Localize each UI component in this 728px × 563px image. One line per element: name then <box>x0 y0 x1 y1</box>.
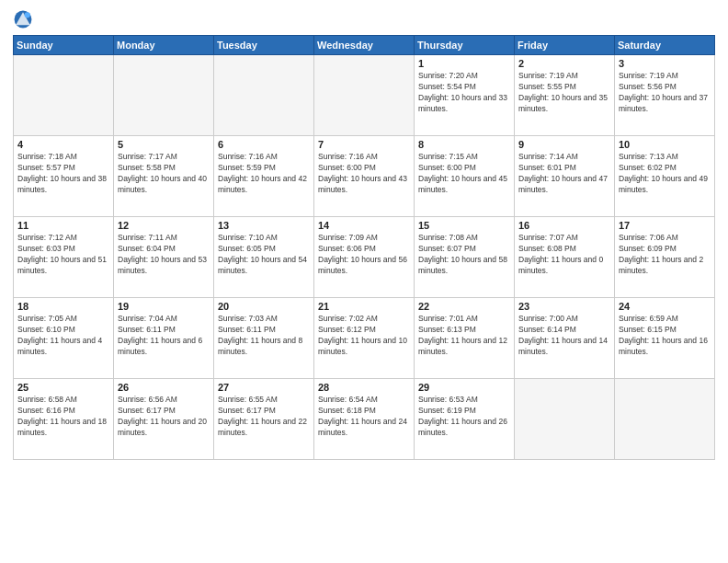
day-info: Sunrise: 7:10 AMSunset: 6:05 PMDaylight:… <box>218 233 310 277</box>
day-number: 15 <box>418 220 510 231</box>
day-number: 16 <box>518 220 610 231</box>
col-header-friday: Friday <box>515 36 615 55</box>
day-info: Sunrise: 7:16 AMSunset: 5:59 PMDaylight:… <box>218 152 310 196</box>
day-number: 19 <box>118 301 210 312</box>
day-info: Sunrise: 7:01 AMSunset: 6:13 PMDaylight:… <box>418 314 510 358</box>
calendar-table: SundayMondayTuesdayWednesdayThursdayFrid… <box>13 35 715 460</box>
day-info: Sunrise: 7:19 AMSunset: 5:56 PMDaylight:… <box>619 71 711 115</box>
calendar-cell <box>14 55 114 136</box>
day-number: 26 <box>118 382 210 393</box>
day-info: Sunrise: 7:12 AMSunset: 6:03 PMDaylight:… <box>17 233 109 277</box>
calendar-cell: 5Sunrise: 7:17 AMSunset: 5:58 PMDaylight… <box>114 136 214 217</box>
calendar-cell: 15Sunrise: 7:08 AMSunset: 6:07 PMDayligh… <box>415 217 515 298</box>
calendar-cell <box>214 55 314 136</box>
calendar-cell: 17Sunrise: 7:06 AMSunset: 6:09 PMDayligh… <box>615 217 715 298</box>
calendar-cell: 7Sunrise: 7:16 AMSunset: 6:00 PMDaylight… <box>314 136 415 217</box>
calendar-cell: 20Sunrise: 7:03 AMSunset: 6:11 PMDayligh… <box>214 298 314 379</box>
calendar-cell: 10Sunrise: 7:13 AMSunset: 6:02 PMDayligh… <box>615 136 715 217</box>
calendar-cell: 9Sunrise: 7:14 AMSunset: 6:01 PMDaylight… <box>515 136 615 217</box>
day-info: Sunrise: 7:19 AMSunset: 5:55 PMDaylight:… <box>518 71 610 115</box>
day-number: 5 <box>118 139 210 150</box>
day-info: Sunrise: 7:02 AMSunset: 6:12 PMDaylight:… <box>318 314 410 358</box>
day-info: Sunrise: 6:53 AMSunset: 6:19 PMDaylight:… <box>418 395 510 439</box>
day-number: 11 <box>17 220 109 231</box>
calendar-cell: 12Sunrise: 7:11 AMSunset: 6:04 PMDayligh… <box>114 217 214 298</box>
calendar-cell: 22Sunrise: 7:01 AMSunset: 6:13 PMDayligh… <box>415 298 515 379</box>
col-header-wednesday: Wednesday <box>314 36 415 55</box>
day-info: Sunrise: 6:56 AMSunset: 6:17 PMDaylight:… <box>118 395 210 439</box>
col-header-monday: Monday <box>114 36 214 55</box>
calendar-cell <box>615 379 715 460</box>
calendar-cell: 28Sunrise: 6:54 AMSunset: 6:18 PMDayligh… <box>314 379 415 460</box>
day-number: 29 <box>418 382 510 393</box>
calendar-cell: 4Sunrise: 7:18 AMSunset: 5:57 PMDaylight… <box>14 136 114 217</box>
calendar-cell <box>114 55 214 136</box>
col-header-thursday: Thursday <box>415 36 515 55</box>
day-number: 21 <box>318 301 410 312</box>
day-info: Sunrise: 7:11 AMSunset: 6:04 PMDaylight:… <box>118 233 210 277</box>
day-info: Sunrise: 6:58 AMSunset: 6:16 PMDaylight:… <box>17 395 109 439</box>
day-number: 4 <box>17 139 109 150</box>
calendar-cell: 13Sunrise: 7:10 AMSunset: 6:05 PMDayligh… <box>214 217 314 298</box>
calendar-cell: 19Sunrise: 7:04 AMSunset: 6:11 PMDayligh… <box>114 298 214 379</box>
calendar-cell: 29Sunrise: 6:53 AMSunset: 6:19 PMDayligh… <box>415 379 515 460</box>
calendar-cell: 14Sunrise: 7:09 AMSunset: 6:06 PMDayligh… <box>314 217 415 298</box>
day-number: 25 <box>17 382 109 393</box>
day-info: Sunrise: 7:00 AMSunset: 6:14 PMDaylight:… <box>518 314 610 358</box>
day-number: 8 <box>418 139 510 150</box>
calendar-cell: 3Sunrise: 7:19 AMSunset: 5:56 PMDaylight… <box>615 55 715 136</box>
day-number: 14 <box>318 220 410 231</box>
svg-point-2 <box>25 12 30 17</box>
day-number: 9 <box>518 139 610 150</box>
logo-icon <box>13 9 33 29</box>
calendar-cell: 25Sunrise: 6:58 AMSunset: 6:16 PMDayligh… <box>14 379 114 460</box>
calendar-cell <box>314 55 415 136</box>
calendar-header-row: SundayMondayTuesdayWednesdayThursdayFrid… <box>14 36 715 55</box>
calendar-cell: 26Sunrise: 6:56 AMSunset: 6:17 PMDayligh… <box>114 379 214 460</box>
calendar-week-4: 18Sunrise: 7:05 AMSunset: 6:10 PMDayligh… <box>14 298 715 379</box>
day-info: Sunrise: 7:05 AMSunset: 6:10 PMDaylight:… <box>17 314 109 358</box>
logo <box>13 9 37 29</box>
day-number: 3 <box>619 58 711 69</box>
day-info: Sunrise: 7:17 AMSunset: 5:58 PMDaylight:… <box>118 152 210 196</box>
day-number: 22 <box>418 301 510 312</box>
day-info: Sunrise: 7:06 AMSunset: 6:09 PMDaylight:… <box>619 233 711 277</box>
calendar-cell: 27Sunrise: 6:55 AMSunset: 6:17 PMDayligh… <box>214 379 314 460</box>
calendar-cell <box>515 379 615 460</box>
calendar-cell: 21Sunrise: 7:02 AMSunset: 6:12 PMDayligh… <box>314 298 415 379</box>
day-info: Sunrise: 6:54 AMSunset: 6:18 PMDaylight:… <box>318 395 410 439</box>
page-header <box>13 9 715 29</box>
day-number: 12 <box>118 220 210 231</box>
day-info: Sunrise: 7:07 AMSunset: 6:08 PMDaylight:… <box>518 233 610 277</box>
day-number: 17 <box>619 220 711 231</box>
calendar-week-5: 25Sunrise: 6:58 AMSunset: 6:16 PMDayligh… <box>14 379 715 460</box>
col-header-sunday: Sunday <box>14 36 114 55</box>
calendar-cell: 6Sunrise: 7:16 AMSunset: 5:59 PMDaylight… <box>214 136 314 217</box>
day-number: 20 <box>218 301 310 312</box>
calendar-week-2: 4Sunrise: 7:18 AMSunset: 5:57 PMDaylight… <box>14 136 715 217</box>
day-info: Sunrise: 7:09 AMSunset: 6:06 PMDaylight:… <box>318 233 410 277</box>
day-info: Sunrise: 7:18 AMSunset: 5:57 PMDaylight:… <box>17 152 109 196</box>
day-number: 10 <box>619 139 711 150</box>
day-info: Sunrise: 7:03 AMSunset: 6:11 PMDaylight:… <box>218 314 310 358</box>
day-info: Sunrise: 7:04 AMSunset: 6:11 PMDaylight:… <box>118 314 210 358</box>
day-number: 13 <box>218 220 310 231</box>
calendar-cell: 23Sunrise: 7:00 AMSunset: 6:14 PMDayligh… <box>515 298 615 379</box>
day-number: 6 <box>218 139 310 150</box>
day-info: Sunrise: 6:55 AMSunset: 6:17 PMDaylight:… <box>218 395 310 439</box>
calendar-week-1: 1Sunrise: 7:20 AMSunset: 5:54 PMDaylight… <box>14 55 715 136</box>
day-number: 7 <box>318 139 410 150</box>
day-number: 1 <box>418 58 510 69</box>
col-header-saturday: Saturday <box>615 36 715 55</box>
calendar-week-3: 11Sunrise: 7:12 AMSunset: 6:03 PMDayligh… <box>14 217 715 298</box>
day-number: 2 <box>518 58 610 69</box>
day-info: Sunrise: 7:15 AMSunset: 6:00 PMDaylight:… <box>418 152 510 196</box>
day-info: Sunrise: 6:59 AMSunset: 6:15 PMDaylight:… <box>619 314 711 358</box>
day-number: 28 <box>318 382 410 393</box>
calendar-cell: 16Sunrise: 7:07 AMSunset: 6:08 PMDayligh… <box>515 217 615 298</box>
calendar-cell: 18Sunrise: 7:05 AMSunset: 6:10 PMDayligh… <box>14 298 114 379</box>
day-number: 23 <box>518 301 610 312</box>
day-number: 24 <box>619 301 711 312</box>
col-header-tuesday: Tuesday <box>214 36 314 55</box>
calendar-cell: 11Sunrise: 7:12 AMSunset: 6:03 PMDayligh… <box>14 217 114 298</box>
